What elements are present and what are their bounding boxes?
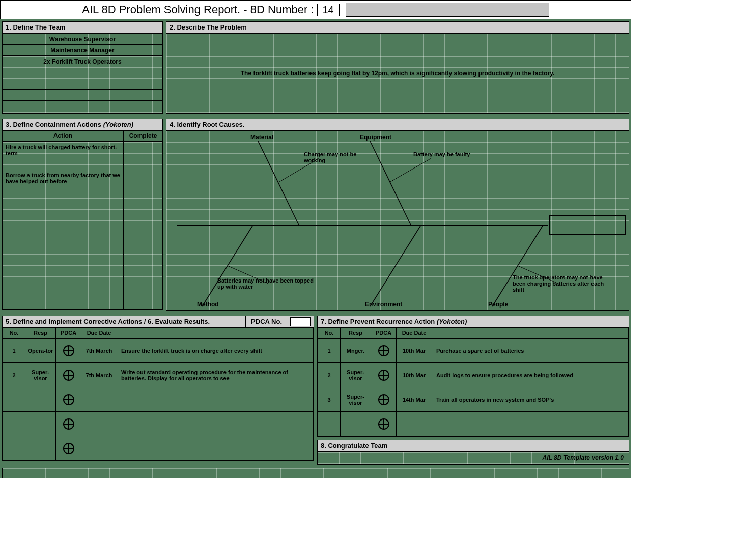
team-member[interactable]: Warehouse Supervisor: [3, 34, 162, 45]
containment-complete[interactable]: [124, 254, 162, 282]
cat-material: Material: [250, 134, 273, 141]
cell-due[interactable]: [81, 412, 117, 436]
report-number[interactable]: 14: [317, 4, 340, 16]
team-member[interactable]: Maintenance Manager: [3, 45, 162, 56]
cell-pdca[interactable]: [371, 363, 397, 387]
cell-no[interactable]: [3, 436, 25, 460]
cell-due[interactable]: 7th March: [81, 339, 117, 362]
cell-resp[interactable]: Super-visor: [25, 363, 56, 387]
containment-row: Borrow a truck from nearby factory that …: [3, 170, 162, 198]
containment-action[interactable]: [3, 254, 124, 282]
cell-resp[interactable]: [341, 412, 371, 436]
fishbone-diagram: Material Equipment Method Environment Pe…: [166, 130, 629, 311]
cell-pdca[interactable]: [56, 363, 81, 387]
cell-desc[interactable]: Audit logs to ensure procedures are bein…: [432, 363, 628, 387]
cell-due[interactable]: [397, 412, 432, 436]
cell-due[interactable]: [81, 387, 117, 411]
cell-resp[interactable]: Super-visor: [341, 363, 371, 387]
containment-action[interactable]: Borrow a truck from nearby factory that …: [3, 170, 124, 198]
cell-resp[interactable]: [25, 387, 56, 411]
note-people[interactable]: The truck operators may not have been ch…: [513, 274, 614, 293]
cell-no[interactable]: 3: [318, 387, 341, 411]
cell-desc[interactable]: [117, 387, 313, 411]
col-action: Action: [3, 131, 124, 141]
team-member[interactable]: [3, 67, 162, 78]
cell-due[interactable]: 10th Mar: [397, 339, 432, 362]
containment-columns: Action Complete: [2, 130, 163, 142]
table-row: 3 Super-visor 14th Mar Train all operato…: [318, 387, 629, 412]
table-row: [3, 412, 314, 436]
cell-due[interactable]: 7th March: [81, 363, 117, 387]
containment-action[interactable]: [3, 198, 124, 226]
cell-no[interactable]: [318, 412, 341, 436]
cell-due[interactable]: 14th Mar: [397, 387, 432, 411]
problem-description[interactable]: The forklift truck batteries keep going …: [166, 33, 629, 114]
cell-due[interactable]: 10th Mar: [397, 363, 432, 387]
note-equipment[interactable]: Battery may be faulty: [413, 151, 495, 157]
containment-complete[interactable]: [124, 142, 162, 170]
cell-due[interactable]: [81, 436, 117, 460]
col-resp: Resp: [25, 328, 56, 338]
cell-desc[interactable]: Ensure the forklift truck is on charge a…: [117, 339, 313, 362]
cell-no[interactable]: [3, 412, 25, 436]
cell-pdca[interactable]: [371, 339, 397, 362]
svg-line-2: [370, 141, 411, 225]
containment-complete[interactable]: [124, 282, 162, 310]
cell-no[interactable]: 1: [3, 339, 25, 362]
report-title: AIL 8D Problem Solving Report. - 8D Numb…: [82, 3, 314, 16]
section3-header: 3. Define Containment Actions (Yokoten): [2, 119, 163, 130]
col-pdca: PDCA: [371, 328, 397, 338]
prevent-table: No. Resp PDCA Due Date 1 Mnger. 10th Mar…: [317, 327, 629, 437]
pdca-no-input[interactable]: [290, 317, 311, 326]
cell-desc[interactable]: Write out standard operating procedure f…: [117, 363, 313, 387]
team-member[interactable]: [3, 101, 162, 112]
svg-line-6: [370, 225, 421, 306]
team-member[interactable]: [3, 90, 162, 101]
pdca-icon: [378, 394, 389, 405]
table-row: 2 Super-visor 7th March Write out standa…: [3, 363, 314, 387]
containment-complete[interactable]: [124, 198, 162, 226]
cell-pdca[interactable]: [56, 387, 81, 411]
cell-pdca[interactable]: [56, 339, 81, 362]
cell-desc[interactable]: Train all operators in new system and SO…: [432, 387, 628, 411]
cell-resp[interactable]: [25, 412, 56, 436]
section56-header: 5. Define and Implement Corrective Actio…: [2, 316, 314, 327]
cell-resp[interactable]: Mnger.: [341, 339, 371, 362]
note-material[interactable]: Charger may not be working: [304, 151, 370, 163]
cell-resp[interactable]: Super-visor: [341, 387, 371, 411]
containment-complete[interactable]: [124, 226, 162, 254]
col-no: No.: [318, 328, 341, 338]
table-row: 1 Mnger. 10th Mar Purchase a spare set o…: [318, 339, 629, 363]
cell-desc[interactable]: Purchase a spare set of batteries: [432, 339, 628, 362]
pdca-icon: [378, 418, 389, 430]
pdca-icon: [63, 443, 74, 454]
col-desc: [117, 328, 313, 338]
note-method[interactable]: Batteries may not have been topped up wi…: [217, 277, 319, 290]
cell-no[interactable]: 2: [318, 363, 341, 387]
template-version: AIL 8D Template version 1.0: [317, 452, 629, 465]
cell-no[interactable]: [3, 387, 25, 411]
cell-resp[interactable]: Opera-tor: [25, 339, 56, 362]
cell-no[interactable]: 2: [3, 363, 25, 387]
cell-desc[interactable]: [432, 412, 628, 436]
team-member[interactable]: 2x Forklift Truck Operators: [3, 56, 162, 67]
cell-desc[interactable]: [117, 412, 313, 436]
containment-action[interactable]: [3, 282, 124, 310]
containment-complete[interactable]: [124, 170, 162, 198]
cell-pdca[interactable]: [56, 436, 81, 460]
cell-resp[interactable]: [25, 436, 56, 460]
containment-row: [3, 226, 162, 254]
cell-pdca[interactable]: [371, 387, 397, 411]
cell-no[interactable]: 1: [318, 339, 341, 362]
team-member[interactable]: [3, 78, 162, 90]
cell-pdca[interactable]: [371, 412, 397, 436]
containment-row: Hire a truck will charged battery for sh…: [3, 142, 162, 170]
cell-desc[interactable]: [117, 436, 313, 460]
cat-method: Method: [197, 301, 219, 308]
containment-action[interactable]: Hire a truck will charged battery for sh…: [3, 142, 124, 170]
containment-action[interactable]: [3, 226, 124, 254]
section8-header: 8. Congratulate Team: [317, 440, 629, 452]
cell-pdca[interactable]: [56, 412, 81, 436]
pdca-icon: [378, 370, 389, 381]
section2-header: 2. Describe The Problem: [166, 21, 629, 33]
